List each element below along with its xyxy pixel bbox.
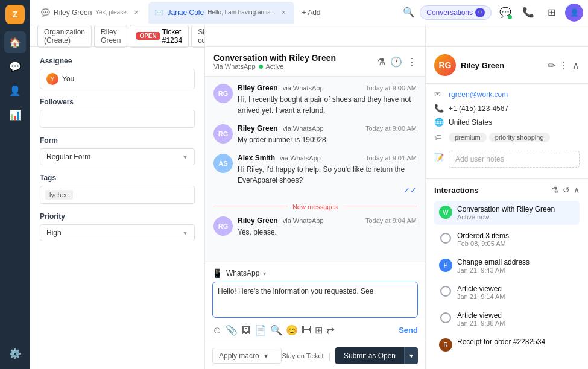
interaction-item-article2[interactable]: Article viewed Jan 21, 9:38 AM bbox=[434, 307, 580, 331]
submit-dropdown-arrow[interactable]: ▾ bbox=[404, 347, 418, 364]
interactions-refresh-icon[interactable]: ↺ bbox=[563, 185, 570, 195]
tag-icon: 🏷 bbox=[434, 133, 444, 142]
table-icon[interactable]: ⊞ bbox=[315, 324, 323, 336]
apply-macro-select[interactable]: Apply macro ▾ bbox=[212, 348, 282, 364]
global-toolbar: 🔍 Conversations 0 💬 📞 ⊞ 👤 bbox=[403, 4, 583, 22]
priority-select[interactable]: High ▼ bbox=[40, 224, 195, 241]
conversations-count: 0 bbox=[475, 8, 485, 17]
transfer-icon[interactable]: ⇄ bbox=[326, 324, 334, 336]
tags-field[interactable]: lychee bbox=[40, 186, 195, 204]
message-header: Riley Green via WhatsApp Today at 9:04 A… bbox=[238, 216, 417, 225]
submit-button-group: Submit as Open ▾ bbox=[335, 347, 418, 364]
phone-icon-btn[interactable]: 📞 bbox=[519, 4, 537, 22]
panel-right: RG Riley Green ✏ ⋮ ∧ ✉ rgreen@work.com 📞… bbox=[425, 25, 588, 369]
interaction-subtitle: Active now bbox=[457, 213, 575, 221]
contact-location-row: 🌐 United States bbox=[434, 118, 580, 127]
breadcrumb-organization[interactable]: Organization (Create) bbox=[37, 25, 92, 48]
priority-dropdown-icon: ▼ bbox=[182, 230, 188, 236]
document-icon[interactable]: 📄 bbox=[254, 324, 267, 336]
attachment-icon[interactable]: 📎 bbox=[226, 324, 238, 336]
app-logo[interactable]: Z bbox=[5, 5, 25, 24]
form-select[interactable]: Regular Form ▼ bbox=[40, 148, 195, 165]
assignee-field[interactable]: Y You bbox=[40, 69, 195, 89]
interaction-text: Ordered 3 items Feb 08, 9:05 AM bbox=[457, 232, 575, 247]
conversation-header: Conversation with Riley Green Via WhatsA… bbox=[205, 47, 425, 77]
search-text-icon[interactable]: 🔍 bbox=[270, 324, 282, 336]
more-options-icon[interactable]: ⋮ bbox=[407, 56, 417, 68]
message-via: via WhatsApp bbox=[283, 217, 324, 224]
interaction-item-conversation[interactable]: W Conversation with Riley Green Active n… bbox=[434, 201, 580, 225]
messaging-icon-btn[interactable]: 💬 bbox=[496, 4, 514, 22]
followers-field[interactable] bbox=[40, 110, 195, 128]
image-icon[interactable]: 🖼 bbox=[241, 325, 251, 336]
send-button[interactable]: Send bbox=[399, 326, 418, 335]
contact-tags-row: 🏷 premium priority shopping bbox=[434, 131, 580, 142]
message-avatar: AS bbox=[213, 154, 233, 173]
interactions-collapse-icon[interactable]: ∧ bbox=[574, 185, 580, 195]
emoji-icon[interactable]: ☺ bbox=[212, 325, 222, 336]
interaction-title: Conversation with Riley Green bbox=[457, 205, 575, 213]
search-icon[interactable]: 🔍 bbox=[403, 7, 415, 18]
notes-icon: 📝 bbox=[434, 153, 444, 162]
interaction-text: Change email address Jan 21, 9:43 AM bbox=[457, 258, 575, 274]
conversation-actions: ⚗ 🕐 ⋮ bbox=[377, 56, 417, 68]
message-header: Riley Green via WhatsApp Today at 9:00 A… bbox=[238, 124, 417, 133]
tab-janae-cole[interactable]: ✉️ Janae Cole Hello, I am having an is..… bbox=[148, 2, 294, 24]
tab-janae-close[interactable]: ✕ bbox=[279, 8, 288, 17]
message-time: Today at 9:00 AM bbox=[365, 125, 417, 132]
nav-conversations[interactable]: 💬 bbox=[4, 55, 26, 77]
interactions-filter-icon[interactable]: ⚗ bbox=[551, 185, 559, 195]
grid-icon-btn[interactable]: ⊞ bbox=[542, 4, 560, 22]
message-time: Today at 9:01 AM bbox=[365, 154, 417, 162]
breadcrumb-riley[interactable]: Riley Green bbox=[94, 25, 127, 48]
message-row: RG Riley Green via WhatsApp Today at 9:0… bbox=[213, 216, 417, 238]
interaction-item-ordered[interactable]: Ordered 3 items Feb 08, 9:05 AM bbox=[434, 227, 580, 251]
submit-group: Stay on Ticket | Submit as Open ▾ bbox=[282, 347, 418, 364]
nav-contacts[interactable]: 👤 bbox=[4, 80, 26, 101]
message-via: via WhatsApp bbox=[283, 125, 324, 132]
conversations-filter[interactable]: Conversations 0 bbox=[420, 5, 492, 20]
message-avatar: RG bbox=[213, 84, 233, 103]
tab-riley-green[interactable]: 💬 Riley Green Yes, please. ✕ bbox=[35, 2, 147, 24]
nav-reports[interactable]: 📊 bbox=[4, 104, 26, 125]
interaction-circle-icon bbox=[440, 233, 451, 244]
interactions-section: Interactions ⚗ ↺ ∧ W Conversation with R… bbox=[426, 179, 588, 364]
compose-area: 📱 WhatsApp ▾ Hello! Here's the informati… bbox=[205, 262, 425, 342]
contact-email-row: ✉ rgreen@work.com bbox=[434, 90, 580, 99]
breadcrumb-ticket[interactable]: OPEN Ticket #1234 bbox=[130, 25, 189, 48]
collapse-contact-icon[interactable]: ∧ bbox=[572, 60, 580, 71]
contact-notes[interactable]: Add user notes bbox=[449, 151, 580, 168]
contact-more-icon[interactable]: ⋮ bbox=[559, 60, 569, 71]
interaction-title: Article viewed bbox=[457, 285, 575, 293]
nav-settings[interactable]: ⚙️ bbox=[4, 342, 26, 364]
interaction-text: Article viewed Jan 21, 9:38 AM bbox=[457, 311, 575, 327]
sticker-icon[interactable]: 😊 bbox=[286, 324, 298, 336]
stay-on-ticket[interactable]: Stay on Ticket bbox=[282, 352, 323, 359]
message-sender: Riley Green bbox=[238, 124, 278, 133]
tab-riley-close[interactable]: ✕ bbox=[131, 8, 141, 17]
contact-tag-premium: premium bbox=[449, 133, 487, 142]
user-avatar[interactable]: 👤 bbox=[565, 4, 583, 22]
interaction-circle-icon bbox=[440, 312, 451, 323]
interaction-title: Article viewed bbox=[457, 311, 575, 320]
gif-icon[interactable]: 🎞 bbox=[302, 325, 311, 336]
message-via: via WhatsApp bbox=[283, 84, 324, 92]
submit-as-open-button[interactable]: Submit as Open bbox=[335, 347, 404, 364]
message-sender: Alex Smith bbox=[238, 154, 275, 162]
history-icon[interactable]: 🕐 bbox=[390, 56, 402, 68]
compose-channel-dropdown[interactable]: ▾ bbox=[263, 270, 266, 277]
interaction-subtitle: Jan 21, 9:38 AM bbox=[457, 320, 575, 327]
interaction-item-receipt[interactable]: R Receipt for order #2232534 bbox=[434, 333, 580, 356]
contact-email[interactable]: rgreen@work.com bbox=[449, 90, 508, 99]
interaction-item-article1[interactable]: Article viewed Jan 21, 9:14 AM bbox=[434, 280, 580, 304]
nav-home[interactable]: 🏠 bbox=[4, 31, 26, 53]
compose-channel-name: WhatsApp bbox=[226, 269, 259, 277]
message-text: Hi, I recently bought a pair of shoes an… bbox=[238, 94, 417, 116]
interaction-text: Receipt for order #2232534 bbox=[457, 338, 575, 346]
breadcrumb-side-convs[interactable]: Side conversations bbox=[191, 25, 205, 48]
filter-icon[interactable]: ⚗ bbox=[377, 56, 385, 68]
tab-add-button[interactable]: + Add bbox=[296, 6, 326, 19]
edit-contact-icon[interactable]: ✏ bbox=[548, 60, 555, 71]
interaction-item-email-change[interactable]: P Change email address Jan 21, 9:43 AM bbox=[434, 254, 580, 278]
compose-textarea[interactable]: Hello! Here's the information you reques… bbox=[212, 282, 418, 318]
